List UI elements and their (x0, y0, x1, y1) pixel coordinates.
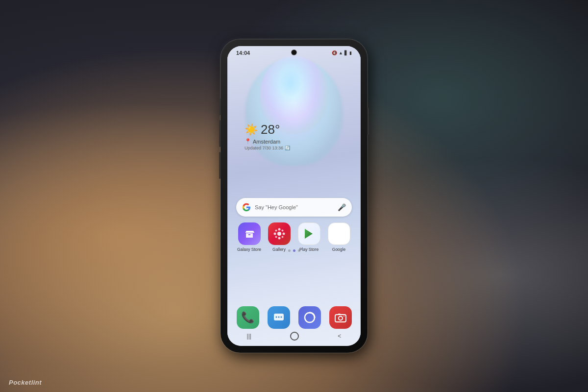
updated-text: Updated 7/30 13:36 (245, 146, 283, 150)
svg-point-7 (275, 236, 277, 238)
camera-app-icon[interactable] (329, 306, 352, 329)
svg-point-12 (280, 317, 282, 318)
weather-temperature: 28° (261, 122, 280, 137)
signal-icon: ▋ (344, 50, 348, 55)
dock-pay[interactable] (296, 306, 323, 329)
dock-messages[interactable] (265, 306, 292, 329)
svg-point-3 (273, 233, 276, 235)
status-time: 14:04 (236, 50, 250, 56)
volume-down-button[interactable] (219, 152, 220, 179)
play-store-svg (303, 227, 316, 240)
volume-up-button[interactable] (219, 120, 220, 147)
mic-icon[interactable]: 🎤 (338, 203, 346, 211)
power-button[interactable] (368, 108, 369, 135)
app-item-gallery[interactable]: Gallery (266, 222, 292, 252)
page-dots (227, 249, 361, 252)
app-grid: Galaxy Store (236, 222, 352, 252)
watermark: Pocketlint (9, 379, 42, 386)
weather-sun-icon: ☀️ (245, 123, 258, 136)
galaxy-store-svg (243, 227, 256, 241)
weather-updated: Updated 7/30 13:36 🔄 (245, 146, 290, 150)
galaxy-store-icon[interactable] (238, 222, 261, 245)
google-icon[interactable] (328, 222, 350, 245)
wifi-icon: ▲ (339, 50, 343, 55)
svg-point-16 (343, 316, 344, 317)
recent-apps-button[interactable]: ||| (247, 333, 251, 340)
bixby-button[interactable] (219, 98, 220, 115)
gallery-icon[interactable] (268, 222, 291, 245)
app-item-galaxy-store[interactable]: Galaxy Store (236, 222, 262, 252)
dock-camera[interactable] (327, 306, 354, 329)
svg-point-5 (275, 230, 277, 232)
svg-point-0 (277, 232, 281, 236)
gallery-svg (273, 227, 286, 240)
app-item-google[interactable]: Google (326, 222, 352, 252)
back-button[interactable]: < (338, 333, 341, 340)
svg-point-6 (281, 230, 283, 232)
app-dock: 📞 (234, 306, 354, 329)
google-search-bar[interactable]: Say "Hey Google" 🎤 (236, 198, 352, 217)
svg-point-1 (278, 228, 280, 231)
pin-icon: 📍 (245, 138, 251, 145)
svg-point-2 (278, 237, 280, 240)
sound-icon: 🔇 (332, 50, 337, 55)
phone-icon-glyph: 📞 (241, 311, 254, 324)
search-placeholder: Say "Hey Google" (255, 204, 334, 210)
dot-1 (288, 249, 291, 252)
weather-location: 📍 Amsterdam (245, 138, 290, 145)
svg-point-11 (278, 317, 279, 318)
svg-point-8 (281, 236, 283, 238)
phone-app-icon[interactable]: 📞 (237, 306, 259, 329)
dot-3 (298, 249, 300, 252)
messages-app-icon[interactable] (268, 306, 290, 329)
pay-svg (303, 311, 317, 324)
navigation-bar: ||| < (227, 330, 361, 342)
city-name: Amsterdam (253, 139, 280, 145)
svg-point-15 (339, 317, 343, 320)
weather-widget: ☀️ 28° 📍 Amsterdam Updated 7/30 13:36 🔄 (245, 122, 290, 150)
wallpaper (227, 46, 361, 346)
svg-rect-14 (335, 315, 346, 322)
svg-point-4 (282, 233, 285, 235)
home-button[interactable] (290, 332, 299, 341)
pay-app-icon[interactable] (298, 306, 321, 329)
phone-device: 14:04 🔇 ▲ ▋ ▮ ☀️ 28° 📍 Amsterdam Updated… (220, 39, 368, 353)
messages-svg (272, 311, 285, 324)
dock-phone[interactable]: 📞 (234, 306, 261, 329)
status-icons: 🔇 ▲ ▋ ▮ (332, 50, 352, 55)
front-camera (292, 50, 296, 55)
app-item-play-store[interactable]: Play Store (296, 222, 322, 252)
play-store-icon[interactable] (298, 222, 320, 245)
dot-2-active (293, 249, 295, 252)
battery-icon: ▮ (349, 50, 352, 55)
phone-screen: 14:04 🔇 ▲ ▋ ▮ ☀️ 28° 📍 Amsterdam Updated… (227, 46, 361, 346)
svg-point-10 (275, 317, 277, 318)
camera-svg (334, 311, 347, 324)
refresh-icon: 🔄 (285, 146, 290, 150)
google-g-logo (242, 203, 251, 212)
